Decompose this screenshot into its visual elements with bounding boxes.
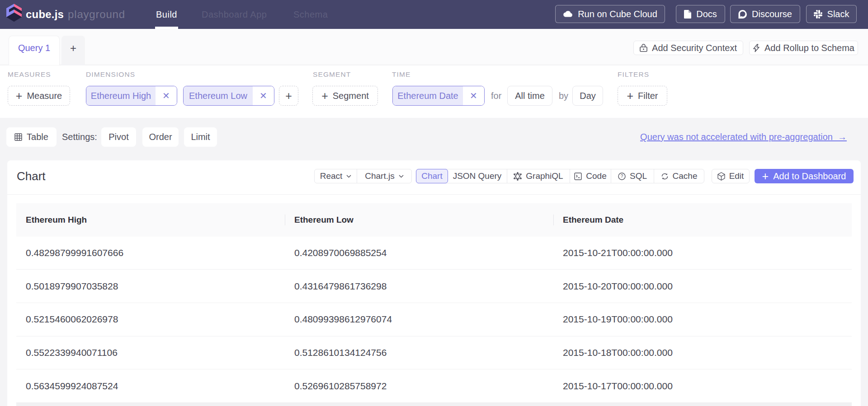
svg-text:?: ? [621, 174, 623, 179]
